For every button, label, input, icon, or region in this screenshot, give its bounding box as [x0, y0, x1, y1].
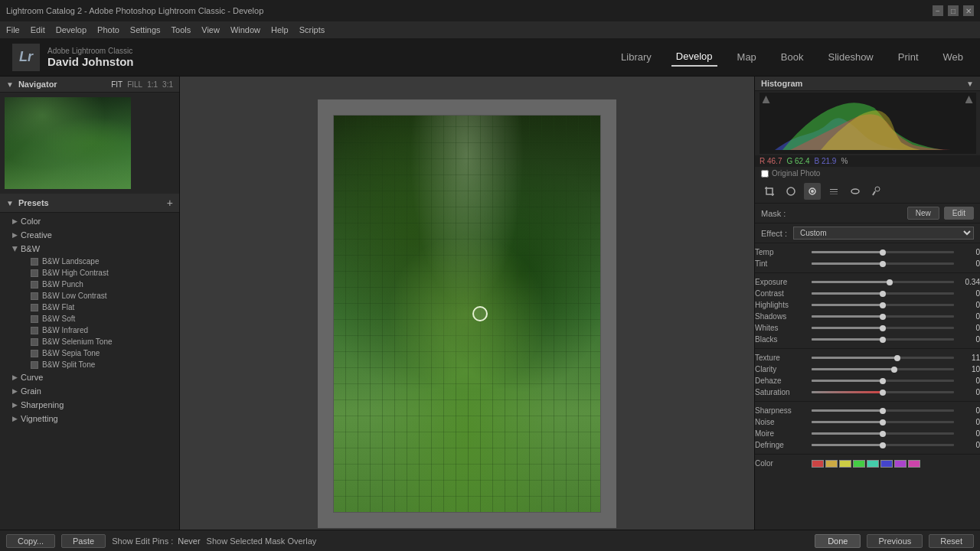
preset-item-bw-punch[interactable]: B&W Punch [0, 279, 179, 290]
texture-slider[interactable] [812, 357, 954, 359]
moire-slider-row: Moire 0 [755, 428, 980, 439]
presets-header[interactable]: ▼ Presets + [0, 194, 179, 213]
nav-book[interactable]: Book [776, 48, 808, 66]
navigator-header[interactable]: ▼ Navigator FIT FILL 1:1 3:1 [0, 77, 179, 93]
mask-edit-button[interactable]: Edit [944, 207, 974, 220]
highlights-slider[interactable] [812, 304, 954, 306]
view-3-1[interactable]: 3:1 [162, 80, 173, 89]
preset-category-vignetting[interactable]: ▶ Vignetting [0, 412, 179, 425]
whites-slider[interactable] [812, 327, 954, 329]
graduated-filter-tool[interactable] [825, 183, 842, 200]
temp-slider[interactable] [812, 251, 954, 253]
menu-settings[interactable]: Settings [130, 25, 161, 34]
minimize-button[interactable]: − [933, 5, 943, 16]
preset-category-creative[interactable]: ▶ Creative [0, 228, 179, 242]
category-arrow-icon: ▶ [12, 231, 18, 239]
color-swatch-cyan[interactable] [867, 460, 879, 468]
category-name: Grain [21, 386, 41, 396]
tint-label: Tint [755, 259, 808, 268]
menu-help[interactable]: Help [271, 25, 289, 34]
saturation-slider[interactable] [812, 391, 954, 393]
preset-item-bw-split[interactable]: B&W Split Tone [0, 359, 179, 370]
blacks-slider[interactable] [812, 338, 954, 341]
clarity-slider[interactable] [812, 368, 954, 370]
previous-button[interactable]: Previous [867, 534, 923, 548]
main-photo[interactable] [333, 115, 601, 513]
preset-item-bw-landscape[interactable]: B&W Landscape [0, 256, 179, 267]
add-preset-button[interactable]: + [167, 197, 173, 209]
preset-name: B&W Selenium Tone [42, 337, 113, 346]
view-fill[interactable]: FILL [127, 80, 142, 89]
nav-library[interactable]: Library [616, 48, 656, 66]
preset-category-bw[interactable]: ▶ B&W [0, 242, 179, 256]
edit-pin[interactable] [472, 306, 488, 321]
nav-web[interactable]: Web [939, 48, 969, 66]
mask-new-button[interactable]: New [907, 207, 939, 220]
preset-item-bw-low-contrast[interactable]: B&W Low Contrast [0, 290, 179, 302]
shadows-slider[interactable] [812, 315, 954, 318]
color-swatch-blue[interactable] [880, 460, 893, 468]
effect-select[interactable]: Custom [793, 227, 974, 240]
menu-view[interactable]: View [201, 25, 220, 34]
color-swatch-magenta[interactable] [908, 460, 920, 468]
original-photo-checkbox[interactable] [761, 170, 769, 178]
preset-item-bw-sepia[interactable]: B&W Sepia Tone [0, 347, 179, 359]
copy-button[interactable]: Copy... [6, 534, 55, 548]
preset-item-bw-high-contrast[interactable]: B&W High Contrast [0, 267, 179, 279]
maximize-button[interactable]: □ [948, 5, 959, 16]
window-title: Lightroom Catalog 2 - Adobe Photoshop Li… [6, 6, 263, 15]
color-swatch-green[interactable] [853, 460, 865, 468]
tint-slider[interactable] [812, 262, 954, 265]
preset-item-bw-flat[interactable]: B&W Flat [0, 302, 179, 313]
crop-tool[interactable] [761, 183, 778, 200]
view-1-1[interactable]: 1:1 [147, 80, 158, 89]
preset-item-bw-soft[interactable]: B&W Soft [0, 313, 179, 324]
menu-file[interactable]: File [6, 25, 20, 34]
menu-photo[interactable]: Photo [97, 25, 119, 34]
red-eye-tool[interactable] [804, 183, 821, 200]
menu-scripts[interactable]: Scripts [299, 25, 325, 34]
color-swatch-orange[interactable] [825, 460, 838, 468]
paste-button[interactable]: Paste [61, 534, 106, 548]
menu-develop[interactable]: Develop [56, 25, 87, 34]
dehaze-slider-row: Dehaze 0 [755, 375, 980, 386]
contrast-slider[interactable] [812, 292, 954, 295]
moire-slider[interactable] [812, 432, 954, 435]
canvas-area [180, 77, 754, 551]
exposure-slider[interactable] [812, 281, 954, 283]
preset-category-color[interactable]: ▶ Color [0, 214, 179, 228]
color-swatch-red[interactable] [812, 460, 824, 468]
nav-develop[interactable]: Develop [671, 47, 717, 67]
blacks-slider-row: Blacks 0 [755, 334, 980, 345]
rgb-readout: R 46.7 G 62.4 B 21.9 % [755, 155, 980, 167]
svg-rect-3 [830, 189, 838, 190]
menu-window[interactable]: Window [230, 25, 260, 34]
histogram-header[interactable]: Histogram ▼ [755, 77, 980, 91]
defringe-slider[interactable] [812, 444, 954, 446]
sharpness-slider[interactable] [812, 409, 954, 412]
close-button[interactable]: ✕ [963, 5, 974, 16]
preset-category-sharpening[interactable]: ▶ Sharpening [0, 398, 179, 412]
menu-tools[interactable]: Tools [172, 25, 191, 34]
radial-filter-tool[interactable] [847, 183, 864, 200]
noise-slider[interactable] [812, 421, 954, 423]
clarity-value: 10 [957, 365, 980, 373]
whites-value: 0 [957, 324, 980, 332]
view-fit[interactable]: FIT [111, 80, 122, 89]
preset-item-bw-infrared[interactable]: B&W Infrared [0, 324, 179, 336]
reset-button[interactable]: Reset [929, 534, 974, 548]
done-button[interactable]: Done [815, 534, 861, 548]
adjustment-brush-tool[interactable] [868, 183, 885, 200]
preset-item-bw-selenium[interactable]: B&W Selenium Tone [0, 336, 179, 347]
color-swatch-yellow[interactable] [839, 460, 851, 468]
nav-slideshow[interactable]: Slideshow [824, 48, 878, 66]
color-swatch-purple[interactable] [894, 460, 906, 468]
preset-category-curve[interactable]: ▶ Curve [0, 370, 179, 384]
nav-map[interactable]: Map [733, 48, 761, 66]
spot-removal-tool[interactable] [782, 183, 799, 200]
menu-bar: File Edit Develop Photo Settings Tools V… [0, 21, 980, 38]
preset-category-grain[interactable]: ▶ Grain [0, 384, 179, 398]
nav-print[interactable]: Print [893, 48, 923, 66]
menu-edit[interactable]: Edit [31, 25, 45, 34]
dehaze-slider[interactable] [812, 380, 954, 382]
